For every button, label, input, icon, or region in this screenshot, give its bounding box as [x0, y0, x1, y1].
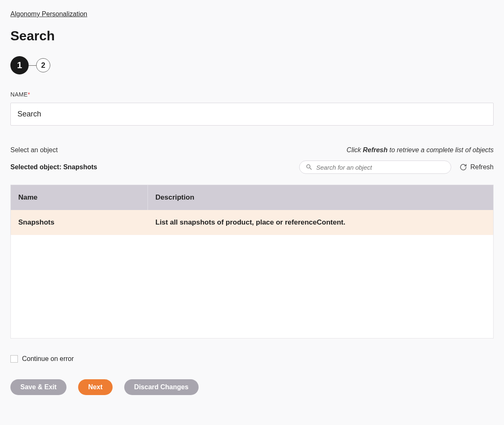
column-header-name[interactable]: Name [11, 185, 148, 210]
cell-description: List all snapshots of product, place or … [148, 210, 493, 235]
table-row[interactable]: Snapshots List all snapshots of product,… [11, 210, 493, 235]
stepper: 1 2 [10, 56, 494, 74]
cell-name: Snapshots [11, 210, 148, 235]
column-header-description[interactable]: Description [148, 185, 493, 210]
name-input[interactable] [10, 103, 494, 126]
select-object-label: Select an object [10, 146, 58, 154]
object-search-input[interactable] [316, 164, 445, 171]
selected-object-label: Selected object: Snapshots [10, 163, 97, 171]
continue-on-error-checkbox[interactable] [10, 355, 18, 363]
name-field-label: NAME* [10, 91, 494, 98]
refresh-icon [460, 163, 467, 171]
continue-on-error-label: Continue on error [22, 355, 74, 363]
search-icon [305, 163, 313, 171]
object-search-box[interactable] [299, 161, 451, 174]
step-connector [29, 65, 36, 66]
table-header: Name Description [11, 185, 493, 210]
discard-button[interactable]: Discard Changes [124, 379, 199, 395]
page-title: Search [10, 28, 494, 44]
next-button[interactable]: Next [78, 379, 113, 395]
save-exit-button[interactable]: Save & Exit [10, 379, 66, 395]
step-2[interactable]: 2 [36, 58, 50, 72]
object-table: Name Description Snapshots List all snap… [10, 185, 494, 339]
refresh-button[interactable]: Refresh [460, 163, 494, 171]
step-1[interactable]: 1 [10, 56, 29, 74]
refresh-hint: Click Refresh to retrieve a complete lis… [347, 146, 494, 154]
breadcrumb-link[interactable]: Algonomy Personalization [10, 10, 87, 18]
